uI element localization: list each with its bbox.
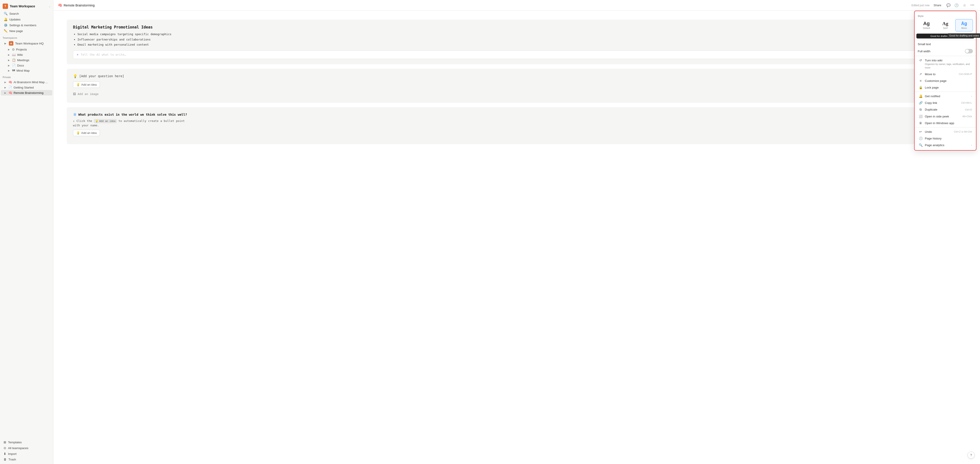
move-to-shortcut: Ctrl+Shift+P <box>959 73 972 75</box>
settings-icon: ⚙️ <box>3 23 8 27</box>
windows-app-item[interactable]: 🖥 Open in Windows app <box>915 120 975 126</box>
sidebar-bottom: ⊞ Templates ⊙ All teamspaces ⬇ Import 🗑 … <box>0 439 53 462</box>
sidebar-item-settings[interactable]: ⚙️ Settings & members <box>1 22 52 28</box>
more-icon: ··· <box>970 3 974 8</box>
teamspaces-label: Teamspaces <box>0 34 53 40</box>
mind-map-toggle-icon: ▶ <box>7 69 11 72</box>
sidebar-item-label: Updates <box>10 18 21 21</box>
workspace-chevron-icon: ⌄ <box>49 5 51 8</box>
sidebar-item-remote-brainstorming[interactable]: ▶ 🧠 Remote Brainstorming <box>1 90 52 95</box>
sidebar-item-getting-started[interactable]: ▶ 📄 Getting Started <box>1 85 52 90</box>
all-teamspaces-icon: ⊙ <box>3 446 6 450</box>
undo-label: Undo <box>925 130 952 133</box>
add-image-row[interactable]: 🖼 Add an image <box>73 91 961 97</box>
sidebar-item-label: Getting Started <box>14 86 34 89</box>
undo-icon: ↩ <box>919 130 923 133</box>
sidebar-item-team-hq[interactable]: ▶ 🏠 Team Workspace HQ <box>1 40 52 47</box>
toggle-knob <box>965 49 969 53</box>
sidebar-item-projects[interactable]: ▶ ⊙ Projects <box>1 47 52 52</box>
duplicate-icon: ⧉ <box>919 108 923 111</box>
add-idea-button-2[interactable]: 💡 Add an idea <box>73 130 100 136</box>
product-emoji: 🖥 <box>73 113 76 116</box>
ai-placeholder: Tell the AI what to write… <box>81 53 943 56</box>
get-notified-item[interactable]: 🔔 Get notified › <box>915 93 975 99</box>
updates-icon: 🔔 <box>3 17 8 21</box>
product-desc: ↓ Click the 💡 Add an idea to automatical… <box>73 119 961 128</box>
getting-started-toggle-icon: ▶ <box>3 86 7 89</box>
more-button[interactable]: ··· <box>969 2 975 8</box>
main-area: 🧠 Remote Brainstorming Edited just now S… <box>53 0 980 464</box>
customize-page-item[interactable]: ≡ Customize page <box>915 78 975 84</box>
add-image-icon: 🖼 <box>73 92 76 95</box>
ai-input-row[interactable]: ✦ Tell the AI what to write… Generate <box>73 51 961 59</box>
clock-icon: 🕐 <box>919 137 923 140</box>
sidebar-item-label: Wiki <box>17 53 23 57</box>
move-to-icon: ↗ <box>919 72 923 76</box>
style-default-name: Default <box>923 27 930 29</box>
page-history-label: Page history <box>925 137 972 140</box>
undo-shortcut: Ctrl+Z or Alt+Del <box>954 130 972 133</box>
help-button[interactable]: ? <box>967 451 975 459</box>
style-section: Style Ag Default Ag Serif Ag Mono Good f… <box>915 13 976 33</box>
small-text-label: Small text <box>918 43 973 46</box>
star-button[interactable]: ☆ <box>961 2 967 8</box>
undo-item[interactable]: ↩ Undo Ctrl+Z or Alt+Del <box>915 128 975 135</box>
sidebar-item-label: All teamspaces <box>8 447 29 450</box>
move-to-label: Move to <box>925 73 957 76</box>
sidebar-item-label: Projects <box>16 48 27 51</box>
mind-map-icon: 🗺 <box>12 69 15 72</box>
full-width-toggle[interactable] <box>965 49 973 53</box>
chevron-right-icon: › <box>971 95 972 97</box>
side-peek-item[interactable]: ⬜ Open in side peek Alt+Click <box>915 113 975 120</box>
add-idea-icon: 💡 <box>76 83 80 86</box>
style-option-default[interactable]: Ag Default <box>918 19 935 31</box>
sidebar-item-new-page[interactable]: ✏️ New page <box>1 28 52 34</box>
sidebar-item-trash[interactable]: 🗑 Trash <box>1 457 52 462</box>
duplicate-item[interactable]: ⧉ Duplicate Ctrl+D <box>915 106 975 113</box>
sidebar-item-mind-map[interactable]: ▶ 🗺 Mind Map <box>1 68 52 73</box>
lock-page-item[interactable]: 🔒 Lock page <box>915 84 975 91</box>
analytics-chevron-icon: › <box>971 144 972 146</box>
sidebar-item-docs[interactable]: ▶ 📄 Docs <box>1 63 52 68</box>
full-width-label: Full width <box>918 49 963 53</box>
side-peek-shortcut: Alt+Click <box>963 115 972 118</box>
wiki-toggle-icon: ▶ <box>7 54 11 56</box>
sidebar-item-all-teamspaces[interactable]: ⊙ All teamspaces <box>1 445 52 451</box>
card-list: Social media campaigns targeting specifi… <box>73 32 961 47</box>
turn-into-wiki-item[interactable]: ↺ Turn into wiki Organize by owner, tags… <box>915 57 975 71</box>
sidebar-item-wiki[interactable]: ▶ 📖 Wiki <box>1 52 52 57</box>
sidebar-item-label: Trash <box>8 458 16 461</box>
sidebar-item-templates[interactable]: ⊞ Templates <box>1 439 52 445</box>
style-mono-letter: Ag <box>961 21 967 26</box>
workspace-header[interactable]: T Team Workspace ⌄ <box>0 2 53 11</box>
new-page-icon: ✏️ <box>3 29 8 33</box>
add-image-label: Add an image <box>78 92 99 95</box>
sidebar-item-label: Team Workspace HQ <box>15 42 44 45</box>
style-option-mono[interactable]: Ag Mono Good for drafting and notes <box>955 19 973 31</box>
notification-icon: 🔔 <box>919 94 923 98</box>
product-title: What products exist in the world we thin… <box>78 113 187 116</box>
page-history-item[interactable]: 🕐 Page history <box>915 135 975 142</box>
move-to-item[interactable]: ↗ Move to Ctrl+Shift+P <box>915 71 975 78</box>
sidebar-item-updates[interactable]: 🔔 Updates <box>1 16 52 22</box>
page-analytics-item[interactable]: 🔍 Page analytics › <box>915 142 975 148</box>
customize-label: Customize page <box>925 79 972 83</box>
style-option-serif[interactable]: Ag Serif <box>937 19 954 31</box>
copy-link-item[interactable]: 🔗 Copy link Ctrl+Alt+L <box>915 99 975 106</box>
comment-button[interactable]: 💬 <box>945 2 951 8</box>
add-idea-inline-label: Add an idea <box>99 119 116 123</box>
share-button[interactable]: Share <box>931 3 943 8</box>
sidebar: T Team Workspace ⌄ 🔍 Search 🔔 Updates ⚙️… <box>0 0 53 464</box>
customize-icon: ≡ <box>919 79 923 83</box>
side-peek-icon: ⬜ <box>919 114 923 118</box>
topbar: 🧠 Remote Brainstorming Edited just now S… <box>53 0 980 11</box>
history-button[interactable]: 🕐 <box>953 2 959 8</box>
sidebar-item-import[interactable]: ⬇ Import <box>1 451 52 457</box>
sidebar-item-search[interactable]: 🔍 Search <box>1 11 52 16</box>
add-idea-button[interactable]: 💡 Add an idea <box>73 81 100 88</box>
list-item: Influencer partnerships and collaboratio… <box>78 37 961 42</box>
star-icon: ☆ <box>963 3 966 7</box>
copy-link-label: Copy link <box>925 101 959 105</box>
sidebar-item-meetings[interactable]: ▶ 📋 Meetings <box>1 57 52 63</box>
sidebar-item-ai-brainstorm[interactable]: ▶ 🧠 AI Brainstorm Mind Map ... <box>1 79 52 85</box>
